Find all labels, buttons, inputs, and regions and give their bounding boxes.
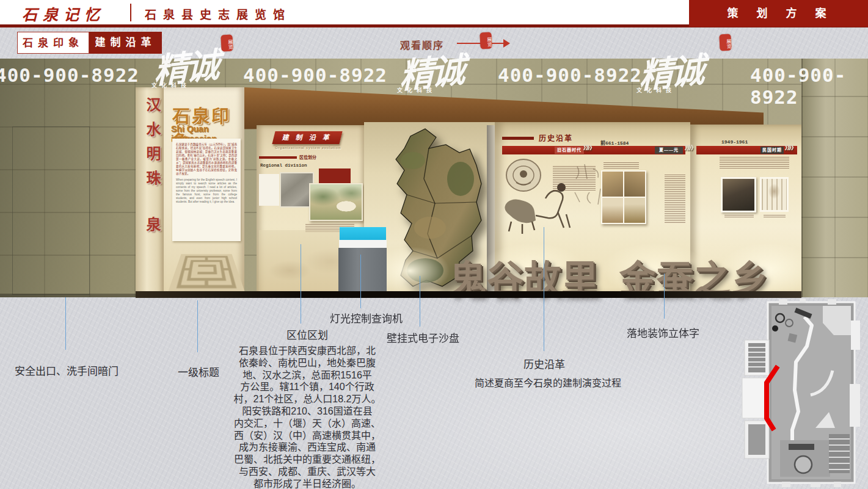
impression-en-text: When preparing for the English speech co… bbox=[176, 178, 237, 204]
kiosk-screen bbox=[340, 227, 386, 240]
tab-jianzhi-yange[interactable]: 建制沿革 bbox=[89, 32, 162, 54]
jianzhi-section-en: Regional division bbox=[260, 163, 307, 168]
photo-grid bbox=[601, 170, 646, 224]
annotation-exit: 安全出口、洗手间暗门 bbox=[15, 363, 119, 378]
annotation-kiosk: 灯光控制查询机 bbox=[330, 310, 403, 325]
era-xia-yuan: 夏——元 bbox=[655, 147, 683, 154]
jianzhi-textbox bbox=[259, 174, 279, 206]
photo bbox=[602, 198, 623, 223]
leader-line-history bbox=[544, 227, 544, 351]
leader-line-letters bbox=[664, 273, 665, 319]
history-textblock bbox=[553, 166, 596, 192]
annotation-sandtable: 壁挂式电子沙盘 bbox=[387, 330, 459, 345]
page-title: 石泉县史志展览馆 bbox=[145, 5, 291, 22]
annotation-region: 区位区划 石泉县位于陕西安康西北部，北 依秦岭、南枕巴山，地处秦巴腹 地、汉水之… bbox=[231, 327, 384, 489]
minguo-photo-church bbox=[760, 177, 789, 212]
impression-cn-text: 石泉建县于西魏废帝元年（公元525年），因“城南石隙多泉，径流不息”而得名。石泉… bbox=[176, 143, 237, 176]
red-seal-icon: 展览 bbox=[480, 32, 492, 49]
tab-shiquan-impression[interactable]: 石泉印象 bbox=[17, 32, 89, 54]
annotation-history-sub: 简述夏商至今石泉的建制演变过程 bbox=[475, 375, 621, 389]
era-minguo: 民国时期 bbox=[760, 147, 784, 154]
leader-line-kiosk bbox=[360, 255, 361, 308]
arrow-head-icon bbox=[503, 39, 510, 48]
impression-text-plate: 石泉建县于西魏废帝元年（公元525年），因“城南石隙多泉，径流不息”而得名。石泉… bbox=[172, 139, 241, 241]
jianzhi-painting bbox=[309, 183, 363, 221]
view-order-label: 观看顺序 bbox=[400, 37, 444, 52]
minguo-photo-meeting bbox=[721, 177, 756, 212]
history-textblock-right bbox=[665, 175, 685, 223]
annotation-history: 历史沿革 bbox=[523, 356, 565, 371]
timeline-date-1: 前661-1584 bbox=[600, 139, 629, 146]
annotation-region-title: 区位区划 bbox=[231, 327, 384, 342]
kiosk-pedestal bbox=[338, 248, 387, 295]
stone-wall-right bbox=[801, 59, 868, 297]
plan-label: 策划方案 bbox=[689, 0, 868, 27]
impression-panel: 石泉印象 Shi Quan impression 石泉建县于西魏废帝元年（公元5… bbox=[164, 87, 244, 297]
leader-line-exit bbox=[65, 297, 66, 350]
red-seal-icon: 展览 bbox=[221, 35, 233, 52]
leader-line-heading bbox=[197, 300, 198, 352]
chevron-icon: »» bbox=[784, 140, 792, 156]
photo-caption bbox=[764, 215, 786, 217]
photo-caption bbox=[724, 215, 754, 217]
chevron-icon: »» bbox=[684, 140, 692, 156]
annotation-heading: 一级标题 bbox=[178, 364, 219, 379]
era-paleolithic: 旧石器时代 bbox=[555, 147, 584, 154]
leader-line-sandtable bbox=[420, 276, 420, 327]
history-section-rule bbox=[502, 137, 534, 140]
photo-grid-caption bbox=[604, 162, 639, 169]
jianzhi-subtitle: Organizational system evolution bbox=[275, 146, 341, 150]
hidden-door-outline bbox=[12, 126, 90, 295]
section-rule bbox=[259, 156, 297, 159]
pillar-text-top: 汉水明珠 bbox=[142, 97, 163, 195]
relief-maze-decoration bbox=[168, 254, 245, 292]
photo bbox=[602, 172, 623, 197]
leader-line-region bbox=[301, 244, 301, 324]
chevron-icon: »» bbox=[583, 140, 591, 156]
kiosk-strip bbox=[339, 240, 387, 248]
photo bbox=[624, 198, 645, 223]
floor-shadow-left bbox=[0, 294, 136, 297]
left-pillar: 汉水明珠 石上清泉 bbox=[136, 87, 164, 297]
jianzhi-section-label: 区位划分 bbox=[299, 154, 316, 160]
photo bbox=[624, 172, 645, 197]
minguo-textblock bbox=[720, 157, 789, 169]
floor-shadow bbox=[136, 291, 801, 298]
floorplan-thumbnail bbox=[736, 299, 861, 488]
page: 汉水明珠 石上清泉 石泉印象 Shi Quan impression 石泉建县于… bbox=[0, 0, 868, 489]
history-section-label: 历史沿革 bbox=[539, 132, 573, 143]
timeline-date-2: 1949-1961 bbox=[721, 139, 748, 145]
logo: 石泉记忆 bbox=[22, 2, 126, 22]
jianzhi-plaque: 建 制 沿 革 bbox=[272, 131, 342, 144]
annotation-letters: 落地装饰立体字 bbox=[627, 325, 699, 340]
header-divider bbox=[130, 4, 131, 21]
annotation-region-body: 石泉县位于陕西安康西北部，北 依秦岭、南枕巴山，地处秦巴腹 地、汉水之滨，总面积… bbox=[231, 345, 384, 489]
red-seal-icon: 展览 bbox=[719, 34, 731, 51]
